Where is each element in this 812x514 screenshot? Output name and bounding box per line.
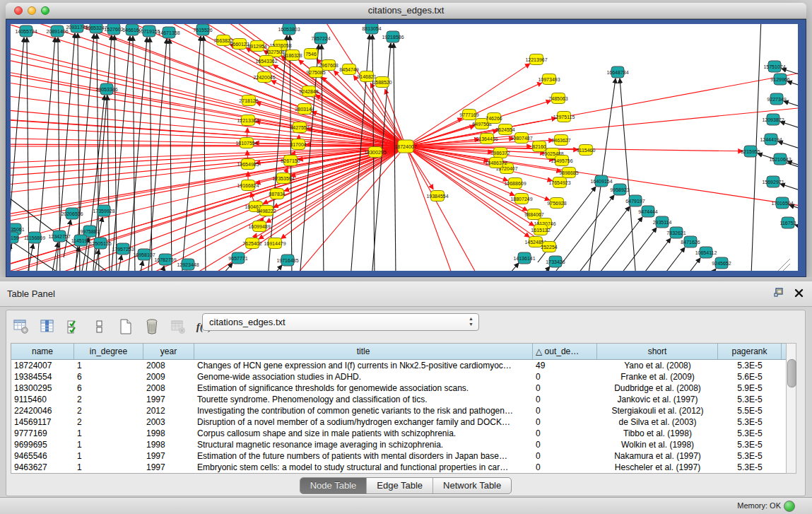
column-header-out_de[interactable]: △ out_de… bbox=[533, 344, 597, 359]
tab-network-table[interactable]: Network Table bbox=[433, 478, 511, 493]
graph-node[interactable]: 10654112 bbox=[695, 247, 717, 258]
table-row[interactable]: 977716911998Corpus callosum shape and si… bbox=[11, 428, 792, 439]
graph-node[interactable]: 39159 bbox=[11, 232, 19, 243]
table-vertical-scrollbar[interactable] bbox=[786, 343, 796, 474]
graph-node[interactable]: 3624554 bbox=[495, 124, 514, 135]
graph-node[interactable]: 9227349 bbox=[767, 93, 786, 105]
graph-node[interactable]: 317004 bbox=[290, 139, 306, 150]
graph-node[interactable]: 16648784 bbox=[606, 66, 628, 78]
table-selector-dropdown[interactable]: citations_edges.txt ▲▼ bbox=[202, 313, 479, 331]
graph-node[interactable]: 7546 bbox=[305, 49, 318, 59]
graph-node[interactable]: 12093872 bbox=[762, 114, 784, 125]
graph-node[interactable]: 9245652 bbox=[712, 257, 731, 269]
table-row[interactable]: 1938455462009Genome-wide association stu… bbox=[11, 371, 792, 382]
graph-node[interactable]: 6479197 bbox=[625, 195, 645, 206]
table-row[interactable]: 1830029562008Estimation of significance … bbox=[11, 382, 792, 394]
graph-node[interactable]: 8186328 bbox=[283, 50, 302, 61]
table-row[interactable]: 1456911722003Disruption of a novel membe… bbox=[11, 416, 792, 428]
graph-node[interactable]: 12213967 bbox=[525, 54, 547, 65]
graph-node[interactable]: 9777169 bbox=[459, 110, 478, 120]
graph-node[interactable]: 7857224 bbox=[311, 33, 330, 44]
table-row[interactable]: 911546021997Tourette syndrome. Phenomeno… bbox=[11, 394, 792, 405]
column-header-year[interactable]: year bbox=[143, 344, 194, 359]
graph-node[interactable]: 746266 bbox=[486, 113, 502, 124]
graph-node[interactable]: 12923448 bbox=[177, 259, 199, 270]
graph-node[interactable]: 2935114 bbox=[653, 216, 672, 228]
graph-node[interactable]: 9242848 bbox=[299, 86, 318, 97]
graph-node[interactable]: 9463627 bbox=[551, 135, 570, 146]
graph-node[interactable]: 17016504 bbox=[771, 197, 793, 209]
graph-node[interactable]: 16914479 bbox=[264, 238, 286, 249]
citation-network-graph[interactable]: 1872400718300295193845549777169649756874… bbox=[11, 24, 798, 271]
graph-node[interactable]: 1733426 bbox=[546, 256, 565, 267]
graph-node[interactable]: 12975115 bbox=[553, 112, 575, 122]
memory-status-led[interactable] bbox=[784, 501, 795, 512]
select-columns-icon[interactable] bbox=[64, 317, 83, 336]
graph-node[interactable]: 19716485 bbox=[276, 255, 298, 266]
graph-node[interactable]: 7625402 bbox=[242, 238, 261, 249]
graph-node[interactable]: 8471626 bbox=[681, 236, 700, 247]
show-columns-icon[interactable] bbox=[38, 317, 57, 336]
graph-node[interactable]: 9958923 bbox=[610, 184, 629, 195]
graph-node[interactable]: 19218586 bbox=[382, 31, 404, 42]
delete-table-icon[interactable] bbox=[169, 317, 187, 336]
graph-node[interactable]: 10688609 bbox=[504, 178, 526, 189]
tab-edge-table[interactable]: Edge Table bbox=[367, 478, 433, 493]
graph-node[interactable]: 9660123 bbox=[230, 39, 249, 49]
delete-column-icon[interactable] bbox=[143, 317, 161, 336]
graph-node[interactable]: 2803144 bbox=[295, 104, 314, 115]
table-mode-icon[interactable] bbox=[12, 317, 30, 336]
graph-node[interactable]: 16053803 bbox=[278, 24, 300, 35]
graph-node[interactable]: 2718126 bbox=[239, 95, 258, 106]
column-header-title[interactable]: title bbox=[194, 344, 533, 359]
table-row[interactable]: 1872400712008Changes of HCN gene express… bbox=[11, 360, 792, 371]
network-canvas[interactable]: 1872400718300295193845549777169649756874… bbox=[11, 24, 798, 271]
graph-node[interactable]: 8813054 bbox=[362, 24, 381, 34]
create-column-icon[interactable] bbox=[117, 317, 135, 336]
graph-node[interactable]: 2967608 bbox=[319, 60, 338, 71]
scrollbar-thumb[interactable] bbox=[787, 359, 796, 387]
graph-node[interactable]: 8454749 bbox=[339, 64, 358, 75]
graph-node[interactable]: 14671358 bbox=[158, 27, 180, 38]
column-header-short[interactable]: short bbox=[597, 344, 718, 359]
graph-node[interactable]: 12444194 bbox=[760, 134, 782, 145]
graph-node[interactable]: 8912954 bbox=[247, 41, 266, 52]
graph-node[interactable]: 252254 bbox=[541, 242, 557, 252]
graph-node[interactable]: 82160 bbox=[532, 141, 546, 152]
table-row[interactable]: 969969511998Structural magnetic resonanc… bbox=[11, 439, 792, 450]
graph-node[interactable]: 9756928 bbox=[547, 198, 566, 209]
graph-node[interactable]: 8215955 bbox=[741, 146, 760, 157]
column-header-name[interactable]: name bbox=[11, 344, 74, 359]
graph-node[interactable]: 5498222 bbox=[257, 206, 276, 216]
table-row[interactable]: 946554611997Estimation of the future num… bbox=[11, 450, 792, 462]
graph-node[interactable]: 7986372 bbox=[490, 148, 510, 158]
graph-node[interactable]: 17654923 bbox=[548, 177, 570, 188]
graph-node[interactable]: 1615132 bbox=[531, 225, 550, 235]
graph-node[interactable]: 14136141 bbox=[513, 252, 535, 264]
graph-node[interactable]: 887834 bbox=[269, 189, 285, 199]
table-row[interactable]: 946362711997Embryonic stem cells: a mode… bbox=[11, 462, 792, 473]
graph-node[interactable]: 15751074 bbox=[763, 61, 785, 72]
graph-node[interactable]: 7485063 bbox=[548, 93, 567, 104]
column-header-pagerank[interactable]: pagerank bbox=[718, 344, 782, 359]
float-panel-icon[interactable] bbox=[774, 288, 784, 300]
graph-node[interactable]: 20053346 bbox=[95, 83, 117, 95]
graph-node[interactable]: 11156869 bbox=[24, 232, 45, 243]
close-panel-icon[interactable] bbox=[794, 288, 804, 300]
graph-node[interactable]: 18724007 bbox=[394, 140, 416, 153]
graph-node[interactable]: 15692971 bbox=[762, 176, 784, 187]
graph-node[interactable]: 17359928 bbox=[93, 205, 114, 216]
window-titlebar[interactable]: citations_edges.txt bbox=[6, 3, 806, 19]
graph-node[interactable]: 7515526 bbox=[193, 24, 212, 35]
graph-node[interactable]: 9115460 bbox=[577, 145, 596, 156]
graph-node[interactable]: 19384554 bbox=[426, 191, 448, 201]
column-header-in_degree[interactable]: in_degree bbox=[74, 344, 143, 359]
graph-node[interactable]: 9898685 bbox=[559, 168, 578, 178]
graph-node[interactable]: 8427552 bbox=[290, 122, 309, 133]
graph-node[interactable]: 9474444 bbox=[638, 206, 657, 217]
graph-node[interactable]: 7832621 bbox=[666, 227, 686, 238]
table-row[interactable]: 2242004622012Investigating the contribut… bbox=[11, 405, 792, 416]
graph-node[interactable]: 116753 bbox=[780, 217, 796, 228]
graph-node[interactable]: 8267150 bbox=[281, 156, 300, 166]
row-height-icon[interactable] bbox=[90, 317, 109, 336]
